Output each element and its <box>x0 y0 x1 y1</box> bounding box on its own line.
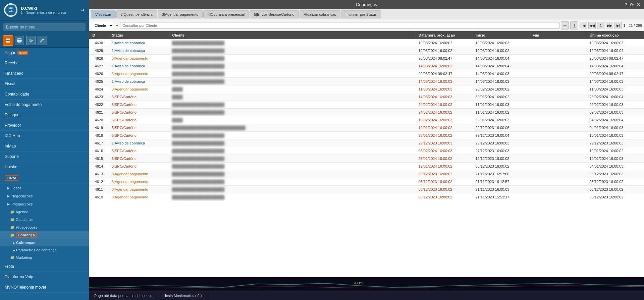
atualizar-cobrancas-button[interactable]: Atualizar cobranças <box>300 10 341 18</box>
table-row[interactable]: 4614 5|SPC/Cartório ████████████████████… <box>89 163 644 170</box>
first-page-button[interactable]: |◀ <box>580 22 587 29</box>
sidebar-item-estoque[interactable]: Estoque <box>0 110 89 120</box>
table-row[interactable]: 4619 5|SPC/Cartório ████████████████████… <box>89 124 644 132</box>
sidebar-item-leads[interactable]: ▶ Leads <box>0 184 89 192</box>
table-row[interactable]: 4628 3|Agendar pagamento ███████████████… <box>89 55 644 62</box>
refresh-button[interactable]: ↻ <box>597 22 604 29</box>
table-row[interactable]: 4623 5|SPC/Cartório ████ 14/03/2024 16:0… <box>89 93 644 101</box>
folha-label: Folha de pagamento <box>5 102 42 107</box>
sidebar-item-ixchub[interactable]: IXC Hub <box>0 131 89 141</box>
prev-page-button[interactable]: ◀◀ <box>588 22 596 29</box>
filter-input[interactable] <box>120 22 559 29</box>
sidebar-item-voip[interactable]: Plataforma Voip <box>0 272 89 282</box>
help-button[interactable]: ? <box>625 2 627 7</box>
brand-sub: 1 - Nome fantasia da empresa <box>21 11 77 14</box>
table-row[interactable]: 4624 3|Agendar pagamento ████ 11/03/2024… <box>89 85 644 93</box>
sidebar-toggle[interactable]: ➜ <box>81 7 85 13</box>
status-left: Pago até data por status de acesso <box>89 291 158 300</box>
filter-type-select[interactable]: Cliente <box>91 22 114 29</box>
table-row[interactable]: 4630 1|Aviso de cobrança ███████████████… <box>89 39 644 47</box>
table-row[interactable]: 4612 3|Agendar pagamento ███████████████… <box>89 178 644 186</box>
arrow-cobrancas-icon: ▶ <box>13 241 15 245</box>
wrench-button[interactable] <box>38 36 47 45</box>
cell-status: 1|Aviso de cobrança <box>109 62 169 70</box>
sidebar-item-hotsite[interactable]: Hotsite <box>0 162 89 172</box>
sidebar-item-pagar[interactable]: Pagar Novo! <box>0 48 89 58</box>
sidebar-item-prospeccoes[interactable]: ▶ Prospecções <box>0 200 89 208</box>
imprimir-status-button[interactable]: Imprimir por Status <box>341 10 381 18</box>
table-row[interactable]: 4627 1|Aviso de cobrança ███████████████… <box>89 62 644 70</box>
table-row[interactable]: 4620 5|SPC/Cartório ████ 19/02/2024 16:0… <box>89 116 644 124</box>
cell-id: 4615 <box>89 155 109 163</box>
restore-button[interactable]: ⟳ <box>630 2 634 7</box>
cell-id: 4629 <box>89 47 109 55</box>
sidebar-item-financeiro[interactable]: Financeiro <box>0 68 89 79</box>
cell-date-prox: 14/03/2024 16:00:03 <box>416 93 473 101</box>
sidebar-item-mvno[interactable]: MVNO/Telefonia móvel <box>0 282 89 293</box>
filter-download-button[interactable] <box>570 21 578 29</box>
next-page-button[interactable]: ▶▶ <box>606 22 613 29</box>
sidebar-item-cobranca[interactable]: 📁 Cobrança <box>0 231 89 239</box>
visualizar-button[interactable]: Visualizar <box>91 10 116 18</box>
table-row[interactable]: 4622 5|SPC/Cartório ████████████████████… <box>89 101 644 109</box>
sidebar-item-negociacoes[interactable]: ▶ Negociações <box>0 192 89 200</box>
cell-client: ████████████████████ <box>169 39 416 47</box>
table-row[interactable]: 4611 3|Agendar pagamento ███████████████… <box>89 186 644 193</box>
cell-ultima: 10/01/2024 16:00:03 <box>587 132 644 139</box>
table-row[interactable]: 4625 1|Aviso de cobrança ███████████████… <box>89 78 644 85</box>
sidebar-item-fiscal[interactable]: Fiscal <box>0 79 89 89</box>
quest-pendencia-button[interactable]: 2|Quest. pendência <box>116 10 157 18</box>
grid-view-button[interactable] <box>3 36 13 45</box>
cell-status: 3|Agendar pagamento <box>109 70 169 78</box>
table-row[interactable]: 4615 5|SPC/Cartório ████████████████████… <box>89 155 644 163</box>
table-row[interactable]: 4610 3|Agendar pagamento ███████████████… <box>89 193 644 201</box>
sidebar-item-cadastros[interactable]: 📁 Cadastros <box>0 216 89 224</box>
sidebar-item-contabilidade[interactable]: Contabilidade <box>0 89 89 100</box>
sidebar-item-agenda[interactable]: 📁 Agenda <box>0 208 89 216</box>
svg-text:IXC: IXC <box>9 7 13 9</box>
sidebar-item-marketing[interactable]: 📁 Marketing <box>0 254 89 261</box>
cell-ultima: 09/02/2024 16:00:03 <box>587 109 644 116</box>
last-page-button[interactable]: ▶| <box>614 22 622 29</box>
financeiro-label: Financeiro <box>5 71 23 76</box>
sidebar-item-folha[interactable]: Folha de pagamento <box>0 100 89 110</box>
close-button[interactable]: ✕ <box>637 2 641 7</box>
sidebar-item-provedor[interactable]: Provedor <box>0 120 89 131</box>
cell-ultima: 05/12/2023 16:00:02 <box>587 186 644 193</box>
sidebar-item-parametros[interactable]: ▶ Parâmetros da cobrança <box>0 246 89 254</box>
table-row[interactable]: 4629 1|Aviso de cobrança ███████████████… <box>89 47 644 55</box>
sidebar-item-suporte[interactable]: Suporte <box>0 152 89 162</box>
table-row[interactable]: 4613 3|Agendar pagamento ███████████████… <box>89 170 644 178</box>
cell-fim <box>530 78 587 85</box>
cell-client: ████████████████████ <box>169 132 416 139</box>
settings-button[interactable] <box>26 36 36 45</box>
sidebar-item-cobrancas[interactable]: ▶ Cobranças <box>0 239 89 246</box>
table-row[interactable]: 4626 3|Agendar pagamento ███████████████… <box>89 70 644 78</box>
cell-status: 5|SPC/Cartório <box>109 163 169 170</box>
cell-client: ████████████████████ <box>169 47 416 55</box>
col-fim: Fim <box>530 31 587 39</box>
filter-settings-button[interactable] <box>561 21 569 29</box>
print-button[interactable] <box>15 36 24 45</box>
sidebar-item-frota[interactable]: Frota <box>0 261 89 272</box>
search-input[interactable] <box>3 23 86 31</box>
cell-inicio: 29/12/2023 16:00:06 <box>473 124 530 132</box>
table-body: 4630 1|Aviso de cobrança ███████████████… <box>89 39 644 201</box>
cell-status: 5|SPC/Cartório <box>109 124 169 132</box>
cell-ultima: 04/02/2024 16:00:04 <box>587 116 644 124</box>
sidebar-item-crm[interactable]: CRM <box>0 172 89 184</box>
svg-rect-3 <box>6 39 8 40</box>
table-row[interactable]: 4618 5|SPC/Cartório ████████████████████… <box>89 132 644 139</box>
table-row[interactable]: 4617 1|Aviso de cobrança ███████████████… <box>89 139 644 147</box>
cobranca-presencial-button[interactable]: 4|Cobrança presencial <box>203 10 249 18</box>
enviar-serasa-button[interactable]: 5|Enviar Serasa/Cartório <box>250 10 299 18</box>
table-row[interactable]: 4616 5|SPC/Cartório ████████████████████… <box>89 147 644 155</box>
sidebar-item-inmap[interactable]: InMap <box>0 141 89 152</box>
sidebar-item-receber[interactable]: Receber <box>0 58 89 68</box>
cell-fim <box>530 147 587 155</box>
cell-ultima: 05/12/2023 16:00:03 <box>587 170 644 178</box>
sidebar-item-prospeccoes2[interactable]: 📁 Prospecções <box>0 224 89 231</box>
table-row[interactable]: 4621 5|SPC/Cartório ████████████████████… <box>89 109 644 116</box>
agendar-pagamento-button[interactable]: 3|Agendar pagamento <box>158 10 203 18</box>
arrow-icon2: ▶ <box>7 194 10 198</box>
